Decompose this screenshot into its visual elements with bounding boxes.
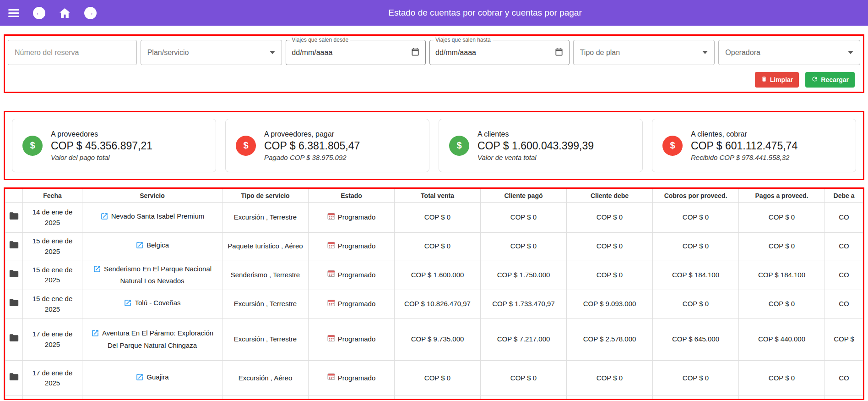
app-header: ← → Estado de cuentas por cobrar y cuent… — [0, 0, 868, 26]
calendar-icon — [327, 212, 335, 223]
folder-icon[interactable] — [9, 241, 19, 249]
cell-estado: Programado — [309, 361, 395, 396]
cell-cliente-debe: COP $ 9.093.000 — [567, 290, 653, 319]
open-in-new-icon[interactable] — [136, 373, 144, 385]
card-amount: COP $ 601.112.475,74 — [691, 140, 797, 152]
service-name: Belgica — [146, 241, 169, 249]
cell-tipo-servicio: Excursión , Aéreo — [222, 361, 309, 396]
menu-icon[interactable] — [8, 9, 19, 17]
cell-tipo-servicio: Senderismo , Terrestre — [222, 260, 309, 290]
open-in-new-icon[interactable] — [91, 329, 99, 341]
calendar-picker-icon[interactable] — [411, 47, 420, 58]
folder-icon[interactable] — [9, 212, 19, 220]
home-icon[interactable] — [59, 8, 71, 18]
header-fecha: Fecha — [23, 189, 82, 203]
header-debe-a: Debe a — [825, 189, 863, 203]
calendar-picker-icon[interactable] — [554, 47, 564, 58]
folder-icon[interactable] — [9, 298, 19, 307]
filters-annotation-box: Plan/servicio Viajes que salen desde dd/… — [4, 34, 864, 93]
table-row: 14 de ene de 2025 Nevado Santa Isabel Pr… — [5, 203, 863, 233]
header-cobros-proveed: Cobros por proveed. — [653, 189, 739, 203]
cell-servicio: Tolú - Coveñas — [82, 290, 222, 319]
table-row: 17 de ene de 2025 Guajira Excursión , Aé… — [5, 361, 863, 396]
table-row: 15 de ene de 2025 Senderismo En El Parqu… — [5, 260, 863, 290]
cell-cobros-proveed: COP $ 0 — [653, 361, 739, 396]
operator-label: Operadora — [725, 49, 760, 57]
reservation-number-field-wrap — [8, 40, 137, 65]
cell-servicio: Aventura En El Páramo: Exploración Del P… — [82, 319, 222, 361]
card-title: A clientes — [477, 130, 594, 138]
folder-icon[interactable] — [9, 269, 19, 278]
accounts-table: Fecha Servicio Tipo de servicio Estado T… — [5, 189, 863, 400]
dollar-icon: $ — [236, 136, 256, 156]
cell-pagos-proveed: COP $ 0 — [739, 290, 825, 319]
open-in-new-icon[interactable] — [124, 299, 132, 310]
calendar-icon — [327, 334, 335, 345]
cell-cliente-pago: COP $ 7.217.000 — [481, 319, 567, 361]
trash-icon — [761, 76, 767, 84]
cell-cliente-debe: COP $ 2.578.000 — [567, 319, 653, 361]
cell-servicio: Nevado Santa Isabel Premium — [82, 203, 222, 233]
forward-icon[interactable]: → — [84, 7, 97, 19]
cell-total-venta: COP $ 9.735.000 — [395, 319, 481, 361]
cell-total-venta: COP $ 10.826.470,97 — [395, 290, 481, 319]
cell-cliente-debe: COP $ 0 — [567, 260, 653, 290]
table-header-row: Fecha Servicio Tipo de servicio Estado T… — [5, 189, 863, 203]
open-in-new-icon[interactable] — [136, 241, 144, 253]
open-in-new-icon[interactable] — [93, 265, 101, 276]
cell-cobros-proveed: COP $ 645.000 — [653, 319, 739, 361]
page-title: Estado de cuentas por cobrar y cuentas p… — [110, 8, 860, 18]
cell-cliente-pago: COP $ 0 — [481, 361, 567, 396]
cell-fecha: 15 de ene de 2025 — [23, 290, 82, 319]
cell-debe-a: COP $ — [825, 319, 863, 361]
reload-button[interactable]: Recargar — [805, 72, 855, 88]
dollar-icon: $ — [22, 136, 43, 156]
cell-estado: Programado — [309, 319, 395, 361]
folder-icon[interactable] — [9, 334, 19, 342]
card-amount: COP $ 1.600.043.399,39 — [477, 140, 594, 152]
plan-type-select[interactable]: Tipo de plan — [573, 40, 715, 65]
calendar-icon — [327, 299, 335, 310]
summary-card-proveedores-pagar: $ A proveedores, pagar COP $ 6.381.805,4… — [225, 119, 429, 172]
folder-icon[interactable] — [9, 373, 19, 381]
cell-cliente-pago: COP $ 0 — [481, 203, 567, 233]
cell-fecha: 17 de ene de 2025 — [23, 361, 82, 396]
estado-label: Programado — [338, 212, 376, 223]
clear-button[interactable]: Limpiar — [755, 72, 799, 88]
cell-fecha: 15 de ene de 2025 — [23, 233, 82, 260]
cell-pagos-proveed: COP $ 0 — [739, 361, 825, 396]
header-tipo-servicio: Tipo de servicio — [222, 189, 309, 203]
date-to-input[interactable]: Viajes que salen hasta dd/mm/aaaa — [429, 40, 570, 65]
card-subtitle: Pagado COP $ 38.975.092 — [264, 154, 360, 161]
open-in-new-icon[interactable] — [100, 212, 108, 224]
calendar-icon — [327, 373, 335, 384]
cell-total-venta: COP $ 1.600.000 — [395, 260, 481, 290]
reservation-number-input[interactable] — [8, 40, 136, 65]
cell-fecha: 17 de ene de 2025 — [23, 319, 82, 361]
date-from-input[interactable]: Viajes que salen desde dd/mm/aaaa — [286, 40, 426, 65]
service-name: Tolú - Coveñas — [135, 299, 180, 307]
summary-card-clientes-cobrar: $ A clientes, cobrar COP $ 601.112.475,7… — [652, 119, 856, 172]
header-pagos-proveed: Pagos a proveed. — [739, 189, 825, 203]
card-title: A proveedores, pagar — [264, 130, 360, 138]
card-amount: COP $ 45.356.897,21 — [51, 140, 152, 152]
service-name: Guajira — [146, 373, 168, 381]
header-cliente-debe: Cliente debe — [567, 189, 653, 203]
reload-button-label: Recargar — [821, 76, 849, 83]
summary-annotation-box: $ A proveedores COP $ 45.356.897,21 Valo… — [4, 111, 864, 180]
card-subtitle: Valor de venta total — [477, 154, 594, 161]
operator-select[interactable]: Operadora — [718, 40, 860, 65]
clear-button-label: Limpiar — [770, 76, 793, 83]
plan-service-select[interactable]: Plan/servicio — [141, 40, 282, 65]
back-icon[interactable]: ← — [33, 7, 45, 19]
card-title: A proveedores — [51, 130, 152, 138]
cell-cobros-proveed: COP $ 0 — [653, 233, 739, 260]
refresh-icon — [811, 76, 818, 84]
service-name: Aventura En El Páramo: Exploración Del P… — [102, 329, 213, 349]
estado-label: Programado — [338, 334, 376, 345]
cell-total-venta: COP $ 0 — [395, 233, 481, 260]
cell-tipo-servicio: Excursión , Terrestre — [222, 203, 309, 233]
cell-cliente-debe: COP $ 0 — [567, 203, 653, 233]
cell-estado: Programado — [309, 233, 395, 260]
card-subtitle: Valor del pago total — [51, 154, 152, 161]
